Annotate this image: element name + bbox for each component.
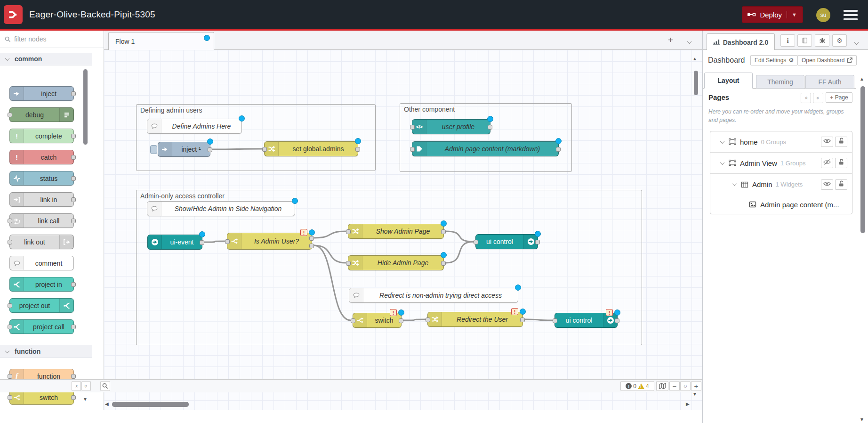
output-port-0[interactable] — [520, 317, 525, 322]
node-switch2[interactable]: switch! — [353, 313, 402, 328]
output-port[interactable] — [71, 176, 76, 181]
node-uictl1[interactable]: ui control — [475, 234, 538, 249]
output-port-0[interactable] — [399, 318, 403, 323]
add-page-button[interactable]: + Page — [826, 92, 852, 103]
output-port-0[interactable] — [355, 147, 360, 152]
output-port-0[interactable] — [309, 236, 314, 241]
output-port[interactable] — [71, 197, 76, 202]
node-redirect[interactable]: Redirect the User! — [427, 312, 523, 327]
deploy-options-caret[interactable]: ▼ — [787, 11, 798, 18]
main-menu-button[interactable] — [844, 10, 858, 20]
input-port[interactable] — [8, 374, 12, 379]
node-isadmin[interactable]: Is Admin User?! — [227, 233, 312, 250]
flow-list-caret[interactable] — [688, 37, 691, 46]
output-port[interactable] — [71, 91, 76, 96]
palette-node-link-call[interactable]: link call — [9, 213, 74, 228]
input-port[interactable] — [8, 113, 12, 117]
lock-toggle-button[interactable] — [835, 179, 847, 190]
output-port[interactable] — [71, 282, 76, 287]
edit-settings-button[interactable]: Edit Settings⚙ — [750, 55, 798, 65]
output-port[interactable] — [71, 134, 76, 138]
subtab-ff-auth[interactable]: FF Auth — [805, 75, 854, 89]
output-port-1[interactable] — [309, 244, 314, 248]
palette-node-project-in[interactable]: project in — [9, 277, 74, 292]
palette-node-link-out[interactable]: link out — [9, 235, 74, 249]
output-port-0[interactable] — [441, 229, 446, 234]
palette-node-debug[interactable]: debug — [9, 107, 74, 122]
palette-node-comment[interactable]: comment — [9, 256, 74, 270]
node-inject1[interactable]: inject ¹ — [158, 142, 210, 157]
input-port[interactable] — [410, 125, 415, 130]
wire[interactable] — [314, 231, 346, 238]
input-port[interactable] — [426, 317, 430, 322]
palette-scroll-down-icon[interactable]: ▼ — [83, 397, 88, 402]
output-port-0[interactable] — [441, 261, 446, 266]
output-port-0[interactable] — [535, 240, 540, 244]
input-port[interactable] — [8, 240, 12, 244]
node-tpl[interactable]: </>user profile — [412, 119, 490, 134]
sidebar-tab-dashboard[interactable]: Dashboard 2.0 — [707, 33, 775, 50]
expand-all-button[interactable]: » — [813, 93, 823, 103]
wire[interactable] — [446, 242, 474, 263]
output-port-0[interactable] — [615, 318, 619, 323]
input-port[interactable] — [8, 325, 12, 329]
input-port[interactable] — [474, 240, 478, 244]
comment-node-c1[interactable]: Define Admins Here — [147, 119, 242, 134]
open-dashboard-button[interactable]: Open Dashboard — [797, 55, 857, 65]
palette-node-status[interactable]: status — [9, 171, 74, 186]
input-port[interactable] — [225, 239, 230, 244]
wire[interactable] — [446, 231, 474, 242]
visibility-toggle-button[interactable] — [821, 179, 833, 190]
sidebar-tabs-caret[interactable] — [855, 38, 858, 47]
output-port-0[interactable] — [200, 240, 204, 245]
node-uievent[interactable]: ui-event — [147, 235, 202, 250]
output-port[interactable] — [71, 155, 76, 160]
input-port[interactable] — [351, 318, 355, 323]
debug-tab-button[interactable] — [815, 34, 829, 47]
chevron-down-icon[interactable] — [720, 139, 725, 144]
node-uictl2[interactable]: ui control! — [555, 313, 618, 328]
tree-row-admin[interactable]: Admin1 Widgets — [710, 174, 852, 195]
user-avatar[interactable]: su — [816, 8, 830, 22]
node-show[interactable]: Show Admin Page — [348, 224, 444, 239]
palette-category-function[interactable]: function — [0, 345, 92, 358]
output-port-0[interactable] — [208, 147, 212, 152]
sidebar-scrollbar[interactable] — [860, 86, 865, 233]
palette-collapse-button[interactable]: » — [72, 381, 81, 391]
tree-row-admin-page-content-m-[interactable]: Admin page content (m... — [710, 195, 852, 214]
visibility-toggle-button[interactable] — [821, 137, 833, 147]
input-port[interactable] — [8, 303, 12, 308]
lock-toggle-button[interactable] — [835, 158, 847, 168]
input-port[interactable] — [8, 395, 12, 400]
lock-toggle-button[interactable] — [835, 137, 847, 147]
node-md[interactable]: Admin page content (markdown) — [412, 141, 559, 156]
sidebar-scroll-up-icon[interactable]: ▲ — [860, 77, 864, 81]
palette-node-link-in[interactable]: link in — [9, 192, 74, 207]
input-port[interactable] — [346, 261, 351, 266]
add-flow-button[interactable]: + — [668, 35, 673, 45]
inject-trigger-button[interactable] — [150, 145, 157, 154]
tree-row-admin-view[interactable]: Admin View1 Groups — [710, 153, 852, 174]
input-port[interactable] — [553, 318, 557, 323]
subtab-theming[interactable]: Theming — [756, 75, 804, 89]
node-set1[interactable]: set global.admins — [264, 141, 358, 156]
node-hide[interactable]: Hide Admin Page — [348, 255, 444, 270]
output-port[interactable] — [71, 219, 76, 223]
output-port[interactable] — [71, 374, 76, 379]
palette-node-inject[interactable]: inject — [9, 86, 74, 101]
palette-scrollbar[interactable] — [83, 69, 88, 145]
wire[interactable] — [403, 319, 426, 320]
chevron-down-icon[interactable] — [732, 181, 737, 186]
help-tab-button[interactable] — [797, 34, 812, 47]
wire[interactable] — [314, 245, 346, 263]
input-port[interactable] — [346, 229, 351, 234]
sidebar-scroll-down-icon[interactable]: ▼ — [860, 417, 864, 422]
chevron-down-icon[interactable] — [720, 160, 725, 165]
comment-node-c3[interactable]: Show/Hide Admin in Side Navigation — [147, 201, 295, 216]
wire[interactable] — [204, 241, 225, 242]
flow-canvas[interactable]: ▲ ▼ ◀ ▶ Defining admin usersOther compon… — [104, 50, 702, 410]
tree-row-home[interactable]: home0 Groups — [710, 131, 852, 153]
deploy-button[interactable]: Deploy ▼ — [742, 6, 803, 23]
flow-tab[interactable]: Flow 1 — [108, 32, 214, 50]
input-port[interactable] — [410, 147, 415, 152]
